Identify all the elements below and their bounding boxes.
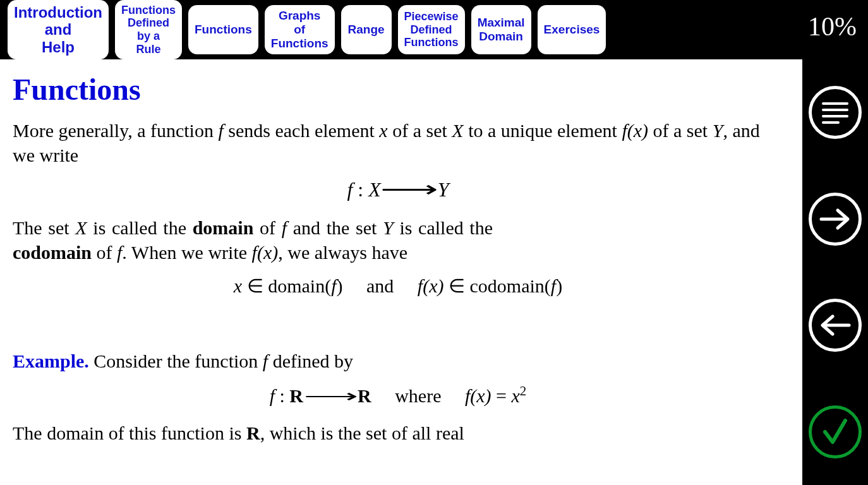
check-button[interactable] (802, 379, 868, 486)
tab-functions-defined-by-rule[interactable]: Functions Defined by a Rule (115, 0, 182, 59)
menu-icon (809, 86, 862, 139)
tab-graphs-of-functions[interactable]: Graphs of Functions (265, 5, 335, 54)
main-content: Functions More generally, a function f s… (0, 59, 802, 485)
tab-maximal-domain[interactable]: Maximal Domain (471, 5, 531, 54)
tab-functions[interactable]: Functions (188, 5, 258, 54)
tab-piecewise[interactable]: Piecewise Defined Functions (398, 5, 465, 54)
equation-example: f : R ⟶ R where f(x) = x2 (13, 383, 783, 407)
arrow-left-icon (809, 299, 862, 352)
next-button[interactable] (802, 166, 868, 273)
prev-button[interactable] (802, 272, 868, 379)
sidebar-controls (802, 59, 868, 485)
tab-introduction[interactable]: Introduction and Help (8, 0, 109, 59)
paragraph-intro: More generally, a function f sends each … (13, 118, 783, 167)
paragraph-domain-codomain: The set X is called the domain of f and … (13, 215, 493, 265)
check-icon (809, 405, 862, 458)
tab-exercises[interactable]: Exercises (538, 5, 606, 54)
equation-function-map: f : X ⟶ Y (13, 177, 783, 201)
page-title: Functions (13, 72, 783, 107)
tab-range[interactable]: Range (341, 5, 392, 54)
menu-button[interactable] (802, 59, 868, 166)
equation-membership: x ∈ domain(f) and f(x) ∈ codomain(f) (13, 275, 783, 297)
top-navigation-bar: Introduction and Help Functions Defined … (0, 0, 868, 59)
paragraph-domain-R: The domain of this function is R, which … (13, 421, 493, 445)
progress-indicator: 10% (808, 11, 857, 42)
arrow-right-icon (809, 193, 862, 246)
tab-strip: Introduction and Help Functions Defined … (8, 0, 606, 59)
example-heading: Example. Consider the function f defined… (13, 349, 783, 373)
